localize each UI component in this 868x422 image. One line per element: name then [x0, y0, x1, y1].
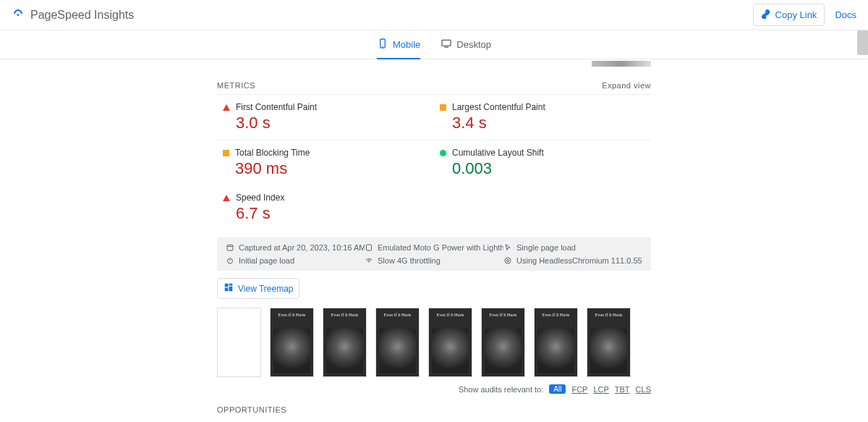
triangle-icon [223, 195, 230, 201]
circle-icon [440, 150, 446, 156]
link-icon [761, 9, 771, 21]
device-tabs: Mobile Desktop [0, 30, 868, 59]
brand: PageSpeed Insights [12, 7, 134, 22]
metric-item: Cumulative Layout Shift0.003 [434, 140, 651, 185]
frame-image [537, 329, 574, 374]
metric-label: Cumulative Layout Shift [452, 148, 544, 158]
env-browser: Using HeadlessChromium 111.0.5563.146 wi… [503, 256, 642, 265]
metric-value: 6.7 s [236, 204, 284, 223]
pointer-icon [503, 243, 512, 252]
svg-rect-10 [229, 284, 233, 286]
frame-image [485, 329, 522, 374]
metric-value: 0.003 [452, 159, 544, 178]
copy-link-label: Copy Link [775, 9, 817, 20]
copy-link-button[interactable]: Copy Link [753, 4, 825, 26]
docs-link[interactable]: Docs [835, 9, 856, 20]
screenshot-strip [217, 61, 651, 67]
audit-link-lcp[interactable]: LCP [593, 385, 608, 394]
scrollbar-thumb[interactable] [857, 30, 868, 55]
chrome-icon [503, 256, 512, 265]
metric-value: 3.0 s [236, 114, 317, 132]
metric-label: Total Blocking Time [235, 148, 310, 158]
triangle-icon [223, 104, 230, 111]
svg-point-7 [505, 258, 511, 263]
frame-text: Even If It Hurts [376, 313, 419, 318]
metric-item: Largest Contentful Paint3.4 s [434, 95, 651, 140]
topbar: PageSpeed Insights Copy Link Docs [0, 0, 868, 30]
main-content: METRICS Expand view First Contentful Pai… [217, 61, 651, 422]
env-captured: Captured at Apr 20, 2023, 10:16 AM EDT [226, 243, 365, 252]
metric-value: 3.4 s [452, 114, 545, 132]
tab-desktop[interactable]: Desktop [441, 30, 491, 59]
frame-image [326, 329, 363, 374]
audits-filter-row: Show audits relevant to: All FCP LCP TBT… [217, 384, 651, 394]
frame-text: Even If It Hurts [535, 313, 577, 318]
env-throttling: Slow 4G throttling [365, 256, 503, 265]
audit-link-cls[interactable]: CLS [636, 385, 651, 394]
tab-mobile-label: Mobile [393, 39, 420, 50]
metrics-title: METRICS [217, 81, 255, 90]
metrics-grid: First Contentful Paint3.0 sLargest Conte… [217, 94, 651, 230]
svg-rect-11 [229, 287, 233, 291]
filmstrip: Even If It HurtsEven If It HurtsEven If … [217, 308, 651, 377]
calendar-icon [226, 243, 234, 252]
treemap-label: View Treemap [238, 284, 293, 294]
app-title: PageSpeed Insights [30, 9, 134, 22]
expand-view-link[interactable]: Expand view [602, 81, 651, 90]
metrics-header: METRICS Expand view [217, 81, 651, 90]
filmstrip-frame: Even If It Hurts [428, 308, 472, 377]
svg-rect-4 [227, 245, 233, 251]
env-emulated: Emulated Moto G Power with Lighthouse 10… [365, 243, 503, 252]
svg-point-2 [382, 46, 383, 46]
tab-desktop-label: Desktop [456, 39, 491, 50]
frame-image [590, 329, 627, 374]
square-icon [440, 104, 446, 111]
metric-item: First Contentful Paint3.0 s [217, 95, 434, 140]
metric-label: First Contentful Paint [236, 102, 317, 112]
audit-chip-all[interactable]: All [549, 384, 566, 394]
frame-image [273, 329, 310, 374]
view-treemap-button[interactable]: View Treemap [217, 278, 299, 299]
screenshot-thumbnail [592, 61, 651, 67]
filmstrip-frame: Even If It Hurts [323, 308, 367, 377]
audits-label: Show audits relevant to: [459, 385, 543, 394]
desktop-icon [441, 38, 452, 51]
metric-label: Largest Contentful Paint [452, 102, 545, 112]
filmstrip-frame: Even If It Hurts [270, 308, 314, 377]
frame-text: Even If It Hurts [323, 313, 366, 318]
metric-item: Speed Index6.7 s [217, 185, 434, 230]
frame-text: Even If It Hurts [482, 313, 524, 318]
frame-text: Even If It Hurts [587, 313, 630, 318]
audit-link-tbt[interactable]: TBT [615, 385, 630, 394]
mobile-icon [377, 38, 388, 51]
environment-box: Captured at Apr 20, 2023, 10:16 AM EDT E… [217, 237, 651, 271]
pagespeed-logo-icon [12, 7, 25, 22]
metric-item: Total Blocking Time390 ms [217, 140, 434, 185]
opportunities-title: OPPORTUNITIES [217, 405, 651, 414]
frame-text: Even If It Hurts [271, 313, 313, 318]
env-page-load: Initial page load [226, 256, 365, 265]
filmstrip-frame: Even If It Hurts [481, 308, 525, 377]
device-icon [365, 243, 373, 252]
tab-mobile[interactable]: Mobile [377, 30, 420, 59]
frame-image [379, 329, 416, 374]
square-icon [223, 150, 229, 156]
svg-point-0 [17, 14, 20, 16]
svg-rect-9 [225, 284, 229, 287]
env-load-type: Single page load [503, 243, 642, 252]
frame-text: Even If It Hurts [429, 313, 472, 318]
svg-rect-3 [442, 40, 451, 46]
filmstrip-frame: Even If It Hurts [587, 308, 631, 377]
svg-rect-12 [225, 288, 229, 292]
filmstrip-frame [217, 308, 261, 377]
treemap-icon [224, 282, 234, 295]
wifi-icon [365, 256, 373, 265]
timer-icon [226, 256, 234, 265]
top-actions: Copy Link Docs [753, 4, 856, 26]
frame-image [432, 329, 469, 374]
svg-point-8 [507, 260, 509, 262]
metric-label: Speed Index [236, 193, 284, 203]
metric-value: 390 ms [235, 159, 310, 178]
filmstrip-frame: Even If It Hurts [375, 308, 420, 377]
audit-link-fcp[interactable]: FCP [571, 385, 587, 394]
